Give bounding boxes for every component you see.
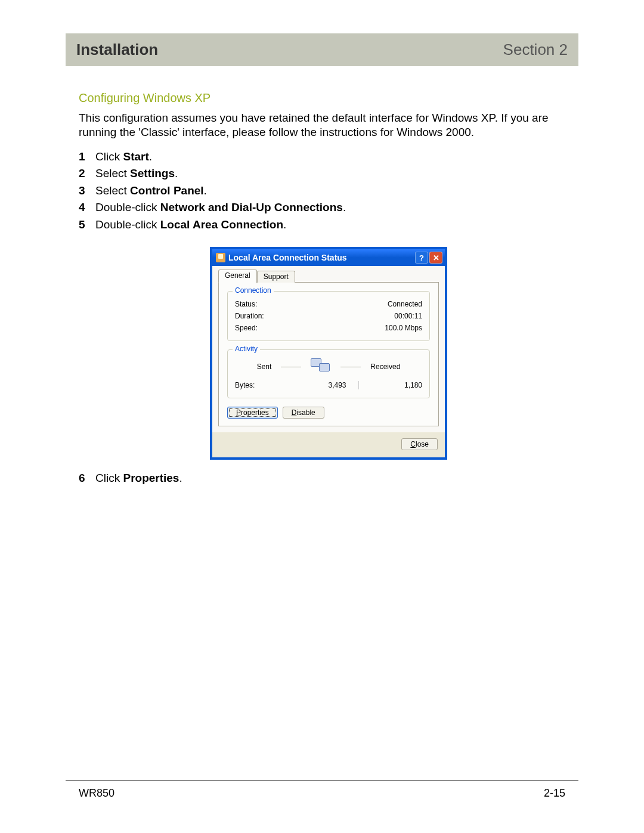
tab-support[interactable]: Support <box>257 271 295 283</box>
steps-list: 1 Click Start. 2 Select Settings. 3 Sele… <box>79 149 578 233</box>
disable-button[interactable]: Disable <box>283 407 324 419</box>
network-icon <box>311 358 331 375</box>
connection-label: Connection <box>233 286 274 295</box>
tab-general[interactable]: General <box>218 270 257 283</box>
xp-dialog: Local Area Connection Status ? ✕ General… <box>210 247 447 460</box>
footer-page: 2-15 <box>544 787 565 800</box>
intro-text: This configuration assumes you have reta… <box>79 111 578 140</box>
status-value: Connected <box>388 300 422 308</box>
duration-label: Duration: <box>235 312 264 320</box>
dialog-title: Local Area Connection Status <box>228 253 347 262</box>
help-button[interactable]: ? <box>415 252 428 264</box>
sub-heading: Configuring Windows XP <box>79 91 578 105</box>
speed-label: Speed: <box>235 324 258 332</box>
connection-icon <box>216 253 225 262</box>
duration-value: 00:00:11 <box>394 312 422 320</box>
step-2: 2 Select Settings. <box>79 166 578 182</box>
activity-group: Activity Sent Received Bytes: 3,493 <box>227 349 430 398</box>
close-icon[interactable]: ✕ <box>429 252 442 264</box>
step-3: 3 Select Control Panel. <box>79 183 578 199</box>
step-4: 4 Double-click Network and Dial-Up Conne… <box>79 200 578 216</box>
footer-model: WR850 <box>79 787 114 800</box>
xp-titlebar: Local Area Connection Status ? ✕ <box>212 249 445 266</box>
page-footer: WR850 2-15 <box>66 781 578 800</box>
header-title: Installation <box>76 41 158 59</box>
step-5: 5 Double-click Local Area Connection. <box>79 217 578 233</box>
connection-group: Connection Status: Connected Duration: 0… <box>227 291 430 341</box>
activity-label: Activity <box>233 345 260 353</box>
step-1: 1 Click Start. <box>79 149 578 165</box>
header-section: Section 2 <box>503 41 568 59</box>
bytes-sent: 3,493 <box>283 381 358 389</box>
close-button[interactable]: Close <box>401 438 438 450</box>
speed-value: 100.0 Mbps <box>385 324 422 332</box>
status-label: Status: <box>235 300 257 308</box>
bytes-received: 1,180 <box>359 381 423 389</box>
step-6: 6 Click Properties. <box>79 470 578 487</box>
section-header: Installation Section 2 <box>66 33 578 66</box>
bytes-label: Bytes: <box>235 381 283 389</box>
received-label: Received <box>370 363 400 371</box>
sent-label: Sent <box>257 363 272 371</box>
properties-button[interactable]: Properties <box>227 407 278 419</box>
